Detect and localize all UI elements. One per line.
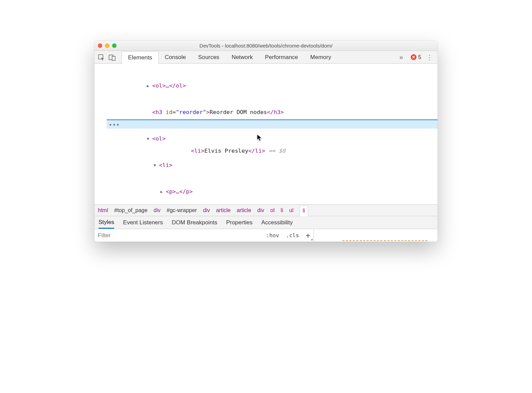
devtools-window: DevTools - localhost:8080/web/tools/chro… <box>94 41 438 242</box>
device-toolbar-icon[interactable] <box>107 53 117 62</box>
dom-node[interactable]: <h3 id="reorder">Reorder DOM nodes</h3> <box>94 108 438 117</box>
tab-styles[interactable]: Styles <box>99 219 114 229</box>
crumb[interactable]: article <box>216 207 231 213</box>
breadcrumb[interactable]: html #top_of_page div #gc-wrapper div ar… <box>94 204 438 216</box>
tab-network[interactable]: Network <box>226 51 259 63</box>
zoom-window-icon[interactable] <box>112 43 117 48</box>
crumb[interactable]: ol <box>270 207 274 213</box>
error-count: 5 <box>418 54 421 60</box>
svg-rect-2 <box>112 56 115 60</box>
sidebar-tabs: Styles Event Listeners DOM Breakpoints P… <box>94 216 438 229</box>
crumb[interactable]: #top_of_page <box>114 207 147 213</box>
more-tabs-icon[interactable]: » <box>396 53 406 62</box>
tab-memory[interactable]: Memory <box>304 51 337 63</box>
tab-elements[interactable]: Elements <box>122 51 159 64</box>
inspect-element-icon[interactable] <box>96 53 106 62</box>
crumb-selected[interactable]: li <box>300 205 308 216</box>
tab-sources[interactable]: Sources <box>192 51 225 63</box>
traffic-lights <box>98 43 117 48</box>
titlebar[interactable]: DevTools - localhost:8080/web/tools/chro… <box>94 41 438 51</box>
dom-node[interactable]: <ol>…</ol> <box>152 82 186 89</box>
row-actions-icon: ••• <box>109 121 120 130</box>
tab-accessibility[interactable]: Accessibility <box>261 219 293 226</box>
dom-tree[interactable]: <ol>…</ol> <h3 id="reorder">Reorder DOM … <box>94 64 438 204</box>
crumb[interactable]: ul <box>289 207 293 213</box>
styles-toolbar: :hov .cls + <box>94 229 438 242</box>
drag-drop-indicator: ••• <li>Elvis Presley</li> == $0 <box>107 119 438 129</box>
crumb[interactable]: article <box>237 207 251 213</box>
hov-toggle-button[interactable]: :hov <box>263 229 283 242</box>
crumb[interactable]: html <box>98 207 108 213</box>
box-model-preview <box>342 240 427 242</box>
crumb[interactable]: div <box>257 207 264 213</box>
styles-pane <box>314 229 438 242</box>
tab-event-listeners[interactable]: Event Listeners <box>123 219 163 226</box>
cls-toggle-button[interactable]: .cls <box>283 229 303 242</box>
crumb[interactable]: #gc-wrapper <box>167 207 197 213</box>
tab-performance[interactable]: Performance <box>259 51 304 63</box>
crumb[interactable]: li <box>281 207 283 213</box>
crumb[interactable]: div <box>154 207 160 213</box>
drag-ghost-node: <li>Elvis Presley</li> == $0 <box>107 147 438 155</box>
tab-properties[interactable]: Properties <box>226 219 252 226</box>
styles-filter-input[interactable] <box>94 229 263 242</box>
dom-node[interactable]: <p>…</p> <box>166 188 193 195</box>
collapse-arrow-icon[interactable] <box>160 187 164 196</box>
collapse-arrow-icon[interactable] <box>147 81 151 90</box>
tab-console[interactable]: Console <box>159 51 192 63</box>
error-icon: ✕ <box>411 54 416 60</box>
panel-tabs: Elements Console Sources Network Perform… <box>122 51 337 63</box>
window-title: DevTools - localhost:8080/web/tools/chro… <box>199 43 333 49</box>
style-toggle-group: :hov .cls + <box>263 229 314 242</box>
main-toolbar: Elements Console Sources Network Perform… <box>94 51 438 64</box>
new-style-rule-button[interactable]: + <box>302 229 314 242</box>
minimize-window-icon[interactable] <box>105 43 109 48</box>
tab-dom-breakpoints[interactable]: DOM Breakpoints <box>172 219 217 226</box>
close-window-icon[interactable] <box>98 43 102 48</box>
kebab-menu-icon[interactable]: ⋮ <box>426 54 433 61</box>
toolbar-right: » ✕ 5 ⋮ <box>396 53 436 62</box>
crumb[interactable]: div <box>203 207 210 213</box>
error-badge[interactable]: ✕ 5 <box>411 54 421 60</box>
